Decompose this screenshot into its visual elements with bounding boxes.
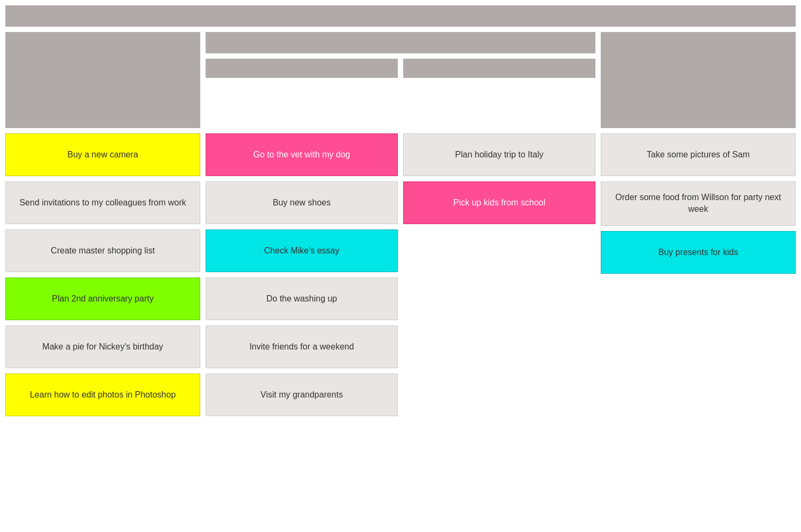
todo-column-header	[5, 32, 200, 128]
doing-sub-headers	[206, 59, 595, 78]
board-wrapper: Buy a new cameraSend invitations to my c…	[0, 0, 801, 532]
cards-layout: Buy a new cameraSend invitations to my c…	[5, 133, 796, 416]
buffer-header	[206, 59, 398, 78]
task-card-todo-3[interactable]: Create master shopping list	[5, 229, 200, 272]
doing-column: Go to the vet with my dogBuy new shoesCh…	[206, 133, 595, 416]
done-column: Take some pictures of SamOrder some food…	[601, 133, 796, 416]
task-card-todo-2[interactable]: Send invitations to my colleagues from w…	[5, 181, 200, 224]
task-card-done-1[interactable]: Take some pictures of Sam	[601, 133, 796, 176]
task-card-wrk-1[interactable]: Plan holiday trip to Italy	[403, 133, 595, 176]
task-card-buf-6[interactable]: Visit my grandparents	[206, 374, 398, 416]
task-card-buf-1[interactable]: Go to the vet with my dog	[206, 133, 398, 176]
working-header	[403, 59, 595, 78]
task-card-wrk-2[interactable]: Pick up kids from school	[403, 181, 595, 224]
task-card-done-3[interactable]: Buy presents for kids	[601, 231, 796, 274]
task-card-done-2[interactable]: Order some food from Willson for party n…	[601, 181, 796, 226]
task-card-todo-5[interactable]: Make a pie for Nickey's birthday	[5, 325, 200, 368]
board-title-bar	[5, 5, 796, 27]
task-card-buf-5[interactable]: Invite friends for a weekend	[206, 325, 398, 368]
doing-column-header-area	[206, 32, 595, 128]
task-card-buf-3[interactable]: Check Mike's essay	[206, 229, 398, 272]
header-row	[5, 32, 796, 128]
task-card-todo-6[interactable]: Learn how to edit photos in Photoshop	[5, 374, 200, 416]
todo-column: Buy a new cameraSend invitations to my c…	[5, 133, 200, 416]
task-card-buf-2[interactable]: Buy new shoes	[206, 181, 398, 224]
doing-inner: Go to the vet with my dogBuy new shoesCh…	[206, 133, 595, 416]
task-card-buf-4[interactable]: Do the washing up	[206, 277, 398, 320]
buffer-column: Go to the vet with my dogBuy new shoesCh…	[206, 133, 398, 416]
done-column-header	[601, 32, 796, 128]
working-column: Plan holiday trip to ItalyPick up kids f…	[403, 133, 595, 416]
task-card-todo-1[interactable]: Buy a new camera	[5, 133, 200, 176]
doing-main-header	[206, 32, 595, 53]
task-card-todo-4[interactable]: Plan 2nd anniversary party	[5, 277, 200, 320]
